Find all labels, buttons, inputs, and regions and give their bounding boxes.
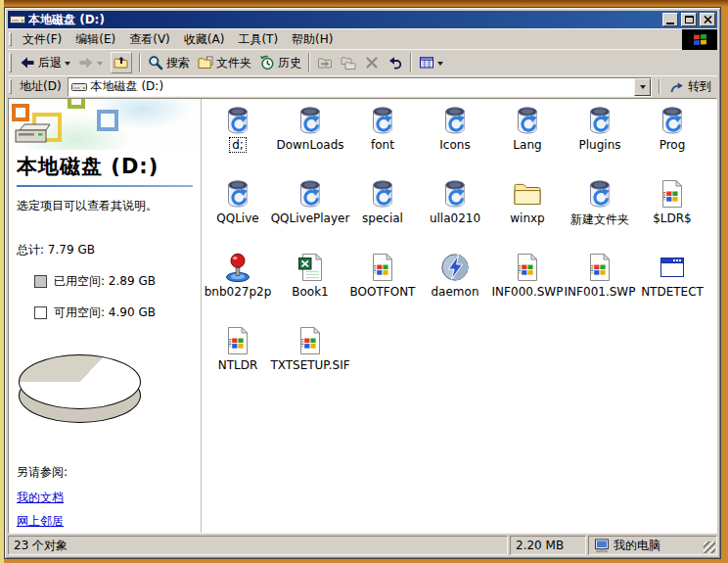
file-item[interactable]: DownLoads xyxy=(274,105,346,178)
file-item[interactable]: $LDR$ xyxy=(636,178,708,252)
maximize-icon xyxy=(685,16,694,23)
copy-to-button[interactable] xyxy=(337,51,360,74)
folder-icon xyxy=(512,178,543,210)
addressbar-grip[interactable] xyxy=(9,79,12,94)
undo-button[interactable] xyxy=(384,51,407,74)
file-label: INF000.SWP xyxy=(490,285,566,299)
forward-dropdown-icon xyxy=(97,62,103,69)
file-label: BOOTFONT xyxy=(348,285,418,299)
toolbar-separator xyxy=(410,53,412,72)
file-label: DownLoads xyxy=(274,138,345,152)
drive-icon xyxy=(10,13,25,26)
address-dropdown-button[interactable] xyxy=(634,78,651,96)
file-item[interactable]: daemon xyxy=(419,252,491,325)
cylinder-icon xyxy=(367,105,398,136)
delete-button[interactable] xyxy=(360,51,384,74)
move-to-button[interactable] xyxy=(313,51,337,74)
resize-grip[interactable] xyxy=(704,541,715,553)
file-item[interactable]: bnb027p2p xyxy=(202,252,274,325)
file-item[interactable]: QQLivePlayer xyxy=(274,178,346,252)
menu-item[interactable]: 工具(T) xyxy=(231,29,285,50)
forward-button[interactable] xyxy=(74,51,107,74)
file-item[interactable]: ulla0210 xyxy=(419,178,491,252)
file-label: 新建文件夹 xyxy=(569,211,631,228)
menubar-grip[interactable] xyxy=(9,32,12,46)
windows-flag-icon xyxy=(692,32,708,47)
windoc-icon xyxy=(512,252,543,283)
address-input[interactable]: 本地磁盘 (D:) xyxy=(68,77,652,97)
file-item[interactable]: QQLive xyxy=(202,178,274,252)
back-label: 后退 xyxy=(38,55,62,71)
file-item[interactable]: NTDETECT xyxy=(636,252,708,325)
views-dropdown-icon xyxy=(437,62,443,69)
legend-used: 已用空间: 2.89 GB xyxy=(34,273,201,290)
file-item[interactable]: d; xyxy=(202,105,274,178)
file-item[interactable]: NTLDR xyxy=(202,325,274,399)
file-item[interactable]: Lang xyxy=(491,105,564,178)
legend-free: 可用空间: 4.90 GB xyxy=(34,305,201,321)
file-label: Prog xyxy=(658,138,688,152)
address-value: 本地磁盘 (D:) xyxy=(91,78,163,95)
file-item[interactable]: Icons xyxy=(419,105,491,178)
used-space-label: 已用空间: 2.89 GB xyxy=(54,273,156,290)
menu-item[interactable]: 帮助(H) xyxy=(285,29,340,50)
cylinder-icon xyxy=(222,178,253,210)
file-item[interactable]: TXTSETUP.SIF xyxy=(274,325,346,399)
disk-usage-pie-chart xyxy=(19,354,141,425)
title-bar[interactable]: 本地磁盘 (D:) xyxy=(8,11,717,28)
folders-icon xyxy=(198,55,213,70)
menu-item[interactable]: 编辑(E) xyxy=(68,29,122,50)
views-button[interactable] xyxy=(415,51,447,74)
sidebar-link[interactable]: 我的文档 xyxy=(17,490,64,506)
sidebar-link[interactable]: 网上邻居 xyxy=(17,513,64,530)
file-item[interactable]: Prog xyxy=(636,105,708,178)
free-space-swatch xyxy=(34,306,47,319)
file-item[interactable]: INF001.SWP xyxy=(564,252,636,325)
free-space-label: 可用空间: 4.90 GB xyxy=(54,305,156,321)
file-item[interactable]: Book1 xyxy=(274,252,346,325)
cylinder-icon xyxy=(439,178,471,210)
toolbar-grip[interactable] xyxy=(9,53,12,72)
zone-label: 我的电脑 xyxy=(614,538,660,554)
file-item[interactable]: font xyxy=(346,105,419,178)
file-label: QQLivePlayer xyxy=(269,211,352,225)
file-label: TXTSETUP.SIF xyxy=(268,358,351,372)
windoc-icon xyxy=(222,325,253,356)
file-label: Lang xyxy=(511,138,543,152)
go-button[interactable]: 转到 xyxy=(667,78,717,95)
menu-item[interactable]: 查看(V) xyxy=(122,29,177,50)
file-item[interactable]: INF000.SWP xyxy=(491,252,564,325)
used-space-swatch xyxy=(34,275,47,288)
file-item[interactable]: BOOTFONT xyxy=(346,252,419,325)
status-objects-panel: 23 个对象 xyxy=(8,536,508,555)
back-dropdown-icon xyxy=(65,62,70,69)
file-item[interactable]: winxp xyxy=(491,178,564,252)
go-arrow-icon xyxy=(669,79,685,95)
file-label: special xyxy=(360,211,405,225)
file-item[interactable]: Plugins xyxy=(564,105,636,178)
back-arrow-icon xyxy=(20,55,35,70)
file-item[interactable]: 新建文件夹 xyxy=(564,178,636,252)
file-label: winxp xyxy=(508,211,546,225)
panel-title-rule xyxy=(17,185,193,187)
file-item[interactable]: special xyxy=(346,178,419,252)
maximize-button[interactable] xyxy=(681,13,697,26)
close-icon xyxy=(704,16,712,23)
decor-square-green xyxy=(68,99,85,109)
menu-item[interactable]: 文件(F) xyxy=(16,29,68,50)
file-label: INF001.SWP xyxy=(563,285,638,299)
history-button[interactable]: 历史 xyxy=(255,51,305,74)
file-label: Book1 xyxy=(290,285,331,299)
undo-icon xyxy=(387,55,403,70)
windoc-icon xyxy=(367,252,398,283)
history-label: 历史 xyxy=(278,55,301,71)
minimize-button[interactable] xyxy=(662,13,678,26)
back-button[interactable]: 后退 xyxy=(16,51,74,74)
up-button[interactable] xyxy=(107,51,136,74)
search-button[interactable]: 搜索 xyxy=(144,51,194,74)
menu-item[interactable]: 收藏(A) xyxy=(177,29,232,50)
file-label: daemon xyxy=(430,285,481,299)
forward-arrow-icon xyxy=(78,55,94,70)
folders-button[interactable]: 文件夹 xyxy=(194,51,255,74)
close-button[interactable] xyxy=(700,13,715,26)
